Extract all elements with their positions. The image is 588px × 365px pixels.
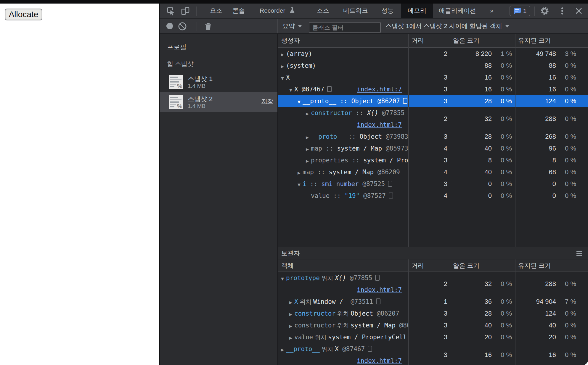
tree-collapsed-icon[interactable]: ▶ (298, 167, 303, 178)
tree-expanded-icon[interactable]: ▼ (281, 72, 286, 83)
retainers-menu-icon[interactable] (576, 251, 582, 256)
shallow-size-value: 8 (488, 156, 492, 164)
column-divider[interactable] (515, 259, 515, 365)
retainer-tree-row[interactable]: ▶value 위치 system / PropertyCell @8621332… (278, 331, 588, 343)
tree-expanded-icon[interactable]: ▼ (298, 179, 303, 190)
tree-expanded-icon[interactable]: ▼ (289, 84, 294, 95)
tree-collapsed-icon[interactable]: ▶ (306, 143, 311, 154)
distance-value: 2 (444, 50, 447, 58)
tab-sources[interactable]: 소스 (310, 4, 336, 18)
column-header-shallow-size[interactable]: 얕은 크기 (450, 34, 515, 47)
toolbar-separator (277, 19, 278, 33)
tree-collapsed-icon[interactable]: ▶ (306, 108, 311, 120)
tree-expanded-icon[interactable]: ▼ (281, 273, 286, 285)
column-divider[interactable] (450, 259, 450, 365)
tree-collapsed-icon[interactable]: ▶ (281, 61, 286, 72)
snapshot-range-select[interactable]: 스냅샷 1에서 스냅샷 2 사이에 할당된 객체 (385, 19, 509, 33)
column-header-distance[interactable]: 거리 (408, 259, 450, 272)
shallow-size-value: 20 (485, 333, 492, 341)
snapshot-item[interactable]: %스냅샷 11.4 MB (160, 72, 277, 92)
inspect-icon[interactable] (166, 6, 176, 16)
source-link[interactable]: index.html:7 (357, 119, 402, 131)
perspective-select[interactable]: 요약 (282, 19, 302, 33)
column-divider[interactable] (515, 34, 515, 247)
column-divider[interactable] (408, 34, 409, 247)
tree-collapsed-icon[interactable]: ▶ (281, 344, 286, 356)
tree-collapsed-icon[interactable]: ▶ (289, 320, 294, 331)
retainer-tree-row[interactable]: ▶constructor 위치 system / Map @862093400 … (278, 319, 588, 331)
tab-console[interactable]: 콘솔 (226, 4, 251, 18)
retained-size-percent: 0 % (556, 97, 576, 105)
source-link[interactable]: index.html:7 (357, 284, 402, 296)
retainer-tree-row[interactable]: ▶X 위치 Window / @735111360 %94 9047 % (278, 296, 588, 308)
column-header-retained-size[interactable]: 유지된 크기 (515, 259, 588, 272)
chevron-down-icon (505, 25, 509, 28)
issues-button[interactable]: 1 (510, 6, 530, 16)
tree-collapsed-icon[interactable]: ▶ (306, 155, 311, 166)
shallow-size-percent: 0 % (492, 322, 512, 329)
tab-memory[interactable]: 메모리 (401, 4, 433, 18)
constructor-tree-row[interactable]: ▶(system)–880 %880 % (278, 60, 588, 72)
take-snapshot-icon[interactable] (166, 22, 174, 30)
shallow-size-value: 40 (485, 145, 492, 152)
allocate-button[interactable]: Allocate (5, 9, 42, 20)
retained-size-percent: 0 % (556, 115, 576, 123)
column-header-retained-size[interactable]: 유지된 크기 (515, 34, 588, 47)
tree-collapsed-icon[interactable]: ▶ (306, 132, 311, 143)
retainers-table-header: 객체 거리 얕은 크기 유지된 크기 (278, 259, 588, 272)
column-header-constructor[interactable]: 생성자 (278, 34, 408, 47)
shallow-size-value: 28 (485, 133, 492, 140)
constructor-tree-row[interactable]: ▶properties :: system / PropertyArray @8… (278, 154, 588, 166)
retainer-tree-row[interactable]: ▶constructor 위치 Object @862073280 %1240 … (278, 308, 588, 319)
tree-expanded-icon[interactable]: ▼ (298, 96, 303, 107)
constructor-tree-row[interactable]: ▶(array)28 2201 %49 7483 % (278, 48, 588, 60)
tree-collapsed-icon[interactable]: ▶ (289, 309, 294, 319)
tab-application[interactable]: 애플리케이션 (432, 4, 483, 18)
tab-performance[interactable]: 성능 (375, 4, 400, 18)
tree-collapsed-icon[interactable]: ▶ (289, 297, 294, 308)
shallow-size-percent: 0 % (492, 145, 512, 152)
constructor-tree-row[interactable]: ▶map :: system / Map @862094400 %680 % (278, 166, 588, 178)
window-top-strip (0, 0, 588, 4)
constructor-tree-row[interactable]: ▼i :: smi number @87525300 %00 % (278, 178, 588, 190)
constructor-tree-row[interactable]: ▶__proto__ :: Object @739833280 %2680 % (278, 131, 588, 143)
shallow-size-percent: 0 % (492, 310, 512, 317)
retained-size-value: 88 (549, 62, 556, 70)
more-tabs-button[interactable]: » (483, 4, 500, 18)
tab-elements[interactable]: 요소 (203, 4, 229, 18)
more-options-icon[interactable] (558, 6, 567, 16)
column-divider[interactable] (408, 259, 409, 365)
column-header-distance[interactable]: 거리 (408, 34, 450, 47)
column-divider[interactable] (450, 34, 450, 247)
distance-value: 3 (444, 85, 447, 93)
retainer-tree-row[interactable]: ▼prototype 위치 X() @77855index.html:72320… (278, 272, 588, 296)
device-toolbar-icon[interactable] (181, 6, 190, 16)
snapshot-item[interactable]: %스냅샷 21.4 MB저장 (160, 92, 277, 112)
tree-collapsed-icon[interactable]: ▶ (289, 332, 294, 343)
tab-recorder[interactable]: Recorder (253, 4, 302, 18)
close-devtools-icon[interactable] (574, 6, 584, 16)
retainer-tree-row[interactable]: ▶__proto__ 위치 X @87467index.html:73160 %… (278, 343, 588, 365)
distance-value: 2 (444, 115, 447, 123)
constructor-tree-row[interactable]: ▼__proto__ :: Object @862073280 %1240 % (278, 95, 588, 107)
source-link[interactable]: index.html:7 (357, 83, 402, 95)
source-link[interactable]: index.html:7 (357, 355, 402, 365)
constructor-tree-row[interactable]: ▼X3160 %160 % (278, 72, 588, 83)
toolbar-separator (196, 7, 197, 16)
constructor-tree-row[interactable]: ▶constructor :: X() @77855index.html:723… (278, 107, 588, 131)
column-header-shallow-size[interactable]: 얕은 크기 (450, 259, 515, 272)
svg-text:%: % (177, 103, 182, 109)
retained-size-value: 16 (549, 351, 556, 359)
tree-collapsed-icon[interactable]: ▶ (281, 49, 286, 60)
constructor-tree-row[interactable]: value :: "19" @87527400 %00 % (278, 190, 588, 202)
constructor-tree-row[interactable]: ▶map :: system / Map @859734400 %960 % (278, 143, 588, 154)
column-header-object[interactable]: 객체 (278, 259, 408, 272)
class-filter-input[interactable]: 클래스 필터 (309, 22, 381, 33)
save-snapshot-link[interactable]: 저장 (261, 97, 273, 105)
constructor-tree-row[interactable]: ▼X @87467index.html:73160 %160 % (278, 83, 588, 95)
shallow-size-percent: 0 % (492, 351, 512, 359)
tab-network[interactable]: 네트워크 (337, 4, 375, 18)
settings-gear-icon[interactable] (540, 6, 550, 16)
clear-profiles-icon[interactable] (178, 22, 187, 31)
delete-snapshot-icon[interactable] (204, 22, 212, 31)
